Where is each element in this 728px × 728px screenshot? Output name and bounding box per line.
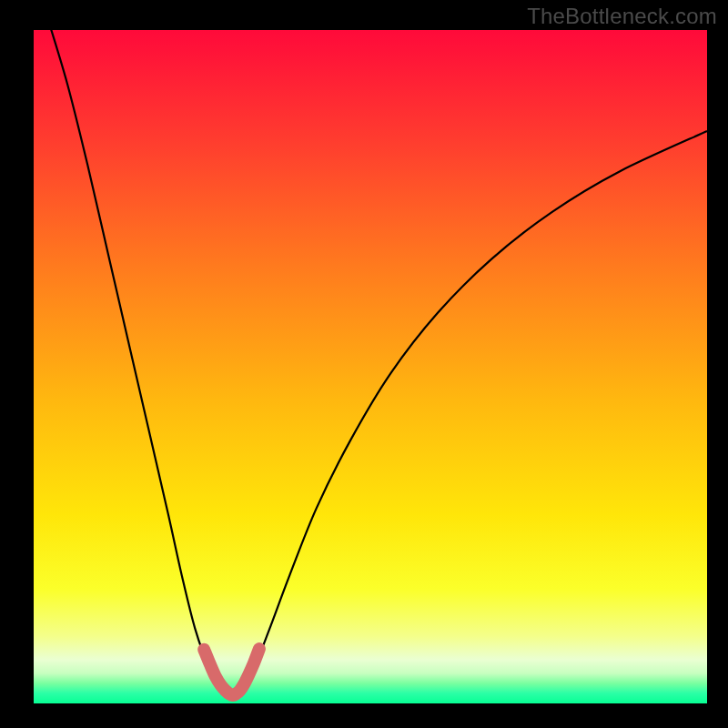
watermark-text: TheBottleneck.com (527, 4, 717, 29)
chart-frame: TheBottleneck.com (0, 0, 728, 728)
bottleneck-chart (0, 0, 728, 728)
